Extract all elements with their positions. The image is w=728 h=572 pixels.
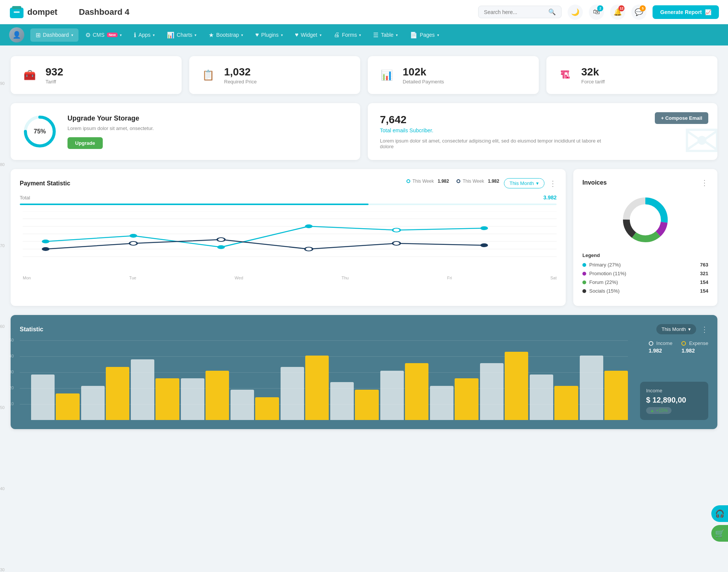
- tariff-icon: 🧰: [20, 65, 39, 85]
- inv-socials-val: 154: [700, 288, 708, 294]
- payment-chart-title: Payment Statistic: [20, 180, 70, 187]
- legend-label-2: This Week: [463, 179, 484, 184]
- nav-item-apps[interactable]: ℹ Apps ▾: [129, 28, 160, 42]
- notification-btn[interactable]: 🔔 12: [610, 5, 625, 20]
- statistic-more-btn[interactable]: ⋮: [701, 325, 708, 334]
- statistic-controls: This Month ▾ ⋮: [656, 324, 708, 334]
- y-label-60: 60: [0, 324, 7, 329]
- storage-info: Upgrade Your Storage Lorem ipsum dolor s…: [67, 114, 154, 149]
- bar-group-10: [530, 375, 578, 420]
- bar-group-4: [231, 390, 279, 420]
- invoice-more-btn[interactable]: ⋮: [701, 178, 708, 187]
- income-expense-labels: Income 1.982 Expense 1.982: [649, 340, 708, 354]
- nav-item-bootstrap[interactable]: ★ Bootstrap ▾: [203, 28, 248, 42]
- x-label-thu: Thu: [342, 276, 349, 280]
- bar-yellow-3: [206, 371, 229, 420]
- invoice-card: Invoices ⋮ Legend: [573, 169, 717, 306]
- invoice-legend-forum: Forum (22%) 154: [582, 279, 708, 285]
- statistic-month-select[interactable]: This Month ▾: [656, 324, 696, 334]
- svg-point-12: [42, 240, 49, 243]
- nav-label-widget: Widget: [301, 32, 317, 38]
- bar-yellow-2: [155, 378, 179, 420]
- chevron-down-icon-charts: ▾: [195, 33, 196, 37]
- bar-white-9: [480, 363, 504, 420]
- income-label-row: Income: [649, 340, 673, 346]
- svg-point-19: [130, 241, 137, 245]
- legend-dot-teal: [406, 179, 410, 183]
- search-icon: 🔍: [548, 8, 556, 16]
- apps-icon: ℹ: [134, 31, 136, 39]
- search-input[interactable]: [484, 9, 545, 15]
- bar-yellow-6: [355, 390, 378, 420]
- inv-forum-label: Forum (22%): [582, 279, 618, 285]
- income-dot: [649, 341, 653, 346]
- income-value: 1.982: [649, 348, 662, 354]
- main-content: 🧰 932 Tariff 📋 1,032 Required Price 📊 10…: [0, 45, 728, 440]
- inv-dot-forum: [582, 281, 586, 284]
- nav-label-forms: Forms: [342, 32, 357, 38]
- chevron-down-icon-month: ▾: [536, 180, 539, 186]
- force-value: 32k: [581, 66, 605, 78]
- svg-point-15: [305, 224, 312, 228]
- bar-white-1: [81, 386, 105, 420]
- payments-info: 102k Detailed Payments: [403, 66, 444, 85]
- cart-btn[interactable]: 🛍 2: [589, 5, 604, 20]
- payments-label: Detailed Payments: [403, 79, 444, 85]
- price-value: 1,032: [224, 66, 257, 78]
- nav-item-forms[interactable]: 🖨 Forms ▾: [328, 28, 367, 41]
- bar-yellow-0: [56, 393, 79, 420]
- search-box[interactable]: 🔍: [478, 6, 562, 18]
- bar-yellow-4: [255, 397, 279, 420]
- nav-avatar: 👤: [9, 27, 24, 42]
- nav-item-dashboard[interactable]: ⊞ Dashboard ▾: [30, 28, 78, 42]
- page-title: Dashboard 4: [79, 7, 478, 17]
- svg-point-16: [393, 228, 400, 232]
- bar-group-0: [31, 375, 80, 420]
- svg-point-23: [480, 243, 488, 247]
- nav-item-widget[interactable]: ♥ Widget ▾: [290, 28, 327, 41]
- nav-label-cms: CMS: [93, 32, 105, 38]
- nav-item-pages[interactable]: 📄 Pages ▾: [405, 28, 444, 42]
- theme-toggle-btn[interactable]: 🌙: [568, 5, 583, 20]
- bar-yellow-7: [405, 363, 428, 420]
- income-box-value: $ 12,890,00: [646, 396, 702, 404]
- upgrade-button[interactable]: Upgrade: [67, 137, 103, 149]
- bar-white-11: [580, 356, 603, 420]
- more-options-btn[interactable]: ⋮: [549, 179, 557, 188]
- tariff-info: 932 Tariff: [46, 66, 63, 85]
- x-label-tue: Tue: [129, 276, 136, 280]
- plugins-icon: ♥: [255, 31, 259, 38]
- y-label-50: 50: [0, 405, 7, 410]
- bar-white-2: [131, 359, 154, 420]
- nav-item-cms[interactable]: ⚙ CMS New ▾: [80, 28, 127, 42]
- chat-btn[interactable]: 💬 5: [631, 5, 646, 20]
- inv-primary-val: 763: [700, 262, 708, 268]
- bar-group-6: [330, 382, 379, 420]
- nav-item-plugins[interactable]: ♥ Plugins ▾: [250, 28, 288, 41]
- legend-row: This Week 1.982 This Week 1.982: [406, 179, 499, 184]
- invoice-legend-socials: Socials (15%) 154: [582, 288, 708, 294]
- inv-dot-promotion: [582, 272, 586, 276]
- chevron-down-icon-widget: ▾: [320, 33, 322, 37]
- chevron-down-stat: ▾: [688, 326, 691, 332]
- bar-white-8: [430, 386, 453, 420]
- statistic-header: Statistic This Month ▾ ⋮: [20, 324, 708, 334]
- stat-card-tariff: 🧰 932 Tariff: [11, 56, 182, 94]
- nav-label-table: Table: [381, 32, 393, 38]
- nav-item-table[interactable]: ☰ Table ▾: [368, 28, 403, 42]
- statistic-title: Statistic: [20, 326, 43, 333]
- nav-item-charts[interactable]: 📊 Charts ▾: [162, 28, 202, 42]
- line-chart-area: Mon Tue Wed Thu Fri Sat: [20, 211, 557, 280]
- invoice-title: Invoices: [582, 179, 607, 186]
- chevron-down-icon-plugins: ▾: [281, 33, 283, 37]
- legend-item-1: This Week 1.982: [406, 179, 449, 184]
- bar-yellow-8: [455, 378, 478, 420]
- month-select[interactable]: This Month ▾: [504, 178, 544, 188]
- logo: dompet: [9, 5, 70, 20]
- generate-report-button[interactable]: Generate Report 📈: [653, 5, 719, 19]
- bar-group-9: [480, 352, 529, 420]
- income-box: Income $ 12,890,00 ▲ +15%: [640, 382, 708, 420]
- bar-yellow-5: [305, 356, 329, 420]
- bar-chart-main: 50 40 30 20 10: [20, 340, 628, 420]
- notification-badge: 12: [618, 5, 624, 11]
